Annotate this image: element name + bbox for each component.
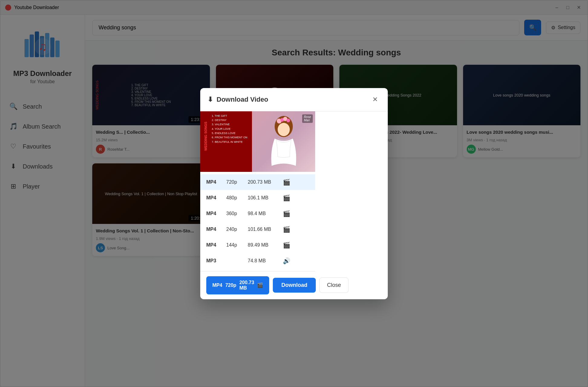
format-size-3: 101.66 MB bbox=[248, 227, 278, 232]
format-row-4[interactable]: MP4 144p 89.49 MB 🎬 bbox=[200, 237, 315, 253]
format-size-4: 89.49 MB bbox=[248, 242, 278, 248]
selected-icon: 🎬 bbox=[257, 282, 263, 288]
modal-overlay: ⬇ Download Video ✕ WEDDING SONGS 1. THE … bbox=[0, 0, 588, 387]
format-type-5: MP3 bbox=[206, 258, 221, 264]
download-button[interactable]: Download bbox=[273, 278, 316, 293]
modal-body: WEDDING SONGS 1. THE GIFT 2. DESTINY 3. … bbox=[200, 111, 388, 299]
format-size-1: 106.1 MB bbox=[248, 195, 278, 201]
selected-size: 200.73 MB bbox=[239, 280, 254, 291]
format-quality-0: 720p bbox=[226, 179, 243, 185]
modal-title-icon: ⬇ bbox=[207, 96, 213, 103]
format-icon-5: 🔊 bbox=[283, 257, 290, 264]
modal-actions: MP4 720p 200.73 MB 🎬 Download Close bbox=[200, 271, 315, 299]
format-size-0: 200.73 MB bbox=[248, 179, 278, 185]
format-row-3[interactable]: MP4 240p 101.66 MB 🎬 bbox=[200, 221, 315, 237]
format-type-3: MP4 bbox=[206, 227, 221, 232]
format-icon-1: 🎬 bbox=[283, 194, 290, 202]
format-icon-4: 🎬 bbox=[283, 241, 290, 249]
download-modal: ⬇ Download Video ✕ WEDDING SONGS 1. THE … bbox=[200, 88, 388, 299]
modal-close-button[interactable]: ✕ bbox=[370, 94, 381, 105]
format-type-0: MP4 bbox=[206, 179, 221, 185]
format-type-4: MP4 bbox=[206, 242, 221, 248]
format-quality-4: 144p bbox=[226, 242, 243, 248]
format-icon-0: 🎬 bbox=[283, 179, 290, 186]
modal-thumbnail-area: WEDDING SONGS 1. THE GIFT 2. DESTINY 3. … bbox=[200, 111, 315, 172]
format-row-5[interactable]: MP3 74.8 MB 🔊 bbox=[200, 253, 315, 269]
format-size-5: 74.8 MB bbox=[248, 258, 278, 264]
selected-type: MP4 bbox=[212, 283, 222, 288]
format-row-0[interactable]: MP4 720p 200.73 MB 🎬 bbox=[200, 174, 315, 190]
selected-quality: 720p bbox=[225, 283, 236, 288]
format-icon-2: 🎬 bbox=[283, 210, 290, 217]
modal-title: ⬇ Download Video bbox=[207, 96, 268, 103]
format-quality-2: 360p bbox=[226, 211, 243, 216]
svg-point-13 bbox=[286, 119, 290, 122]
format-quality-3: 240p bbox=[226, 227, 243, 232]
selected-format-badge: MP4 720p 200.73 MB 🎬 bbox=[206, 276, 269, 294]
modal-left-panel: WEDDING SONGS 1. THE GIFT 2. DESTINY 3. … bbox=[200, 111, 315, 299]
format-row-1[interactable]: MP4 480p 106.1 MB 🎬 bbox=[200, 190, 315, 206]
format-size-2: 98.4 MB bbox=[248, 211, 278, 216]
format-row-2[interactable]: MP4 360p 98.4 MB 🎬 bbox=[200, 206, 315, 221]
svg-point-14 bbox=[278, 123, 290, 136]
format-list: MP4 720p 200.73 MB 🎬 MP4 480p 106.1 MB 🎬… bbox=[200, 172, 315, 271]
format-type-2: MP4 bbox=[206, 211, 221, 216]
format-icon-3: 🎬 bbox=[283, 226, 290, 233]
modal-close-action-button[interactable]: Close bbox=[319, 277, 348, 293]
format-quality-1: 480p bbox=[226, 195, 243, 201]
modal-header: ⬇ Download Video ✕ bbox=[200, 88, 388, 111]
format-type-1: MP4 bbox=[206, 195, 221, 201]
